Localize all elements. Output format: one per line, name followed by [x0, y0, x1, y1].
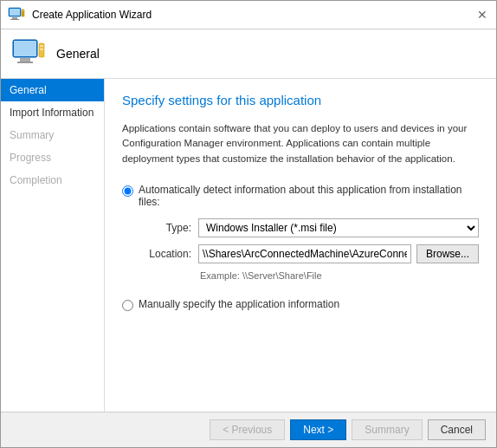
title-bar-text: Create Application Wizard: [32, 9, 152, 21]
svg-rect-2: [12, 17, 17, 19]
svg-rect-7: [14, 41, 36, 56]
sidebar-item-completion: Completion: [1, 169, 104, 192]
radio-auto-label: Automatically detect information about t…: [139, 184, 479, 208]
radio-auto-row: Automatically detect information about t…: [122, 184, 479, 208]
svg-rect-1: [10, 9, 20, 16]
radio-auto-detect[interactable]: [122, 185, 133, 197]
close-button[interactable]: ✕: [475, 8, 489, 22]
footer: < Previous Next > Summary Cancel: [1, 412, 496, 447]
content-area: General Import Information Summary Progr…: [1, 79, 496, 412]
radio-manual-row: Manually specify the application informa…: [122, 298, 479, 311]
sidebar-item-summary: Summary: [1, 124, 104, 146]
page-title: Specify settings for this application: [122, 93, 479, 107]
svg-rect-9: [17, 62, 33, 63]
sidebar: General Import Information Summary Progr…: [1, 79, 105, 412]
wizard-window: Create Application Wizard ✕ General Gene…: [0, 0, 497, 448]
location-label: Location:: [139, 248, 191, 260]
example-text: Example: \\Server\Share\File: [200, 270, 479, 281]
cancel-button[interactable]: Cancel: [428, 419, 486, 440]
previous-button[interactable]: < Previous: [210, 419, 285, 440]
location-input-row: Browse...: [198, 244, 479, 263]
type-select[interactable]: Windows Installer (*.msi file): [198, 218, 479, 237]
svg-rect-11: [40, 45, 43, 47]
wizard-icon: [8, 6, 25, 23]
form-fields: Type: Windows Installer (*.msi file) Loc…: [139, 218, 479, 281]
sidebar-item-progress: Progress: [1, 146, 104, 169]
title-bar-left: Create Application Wizard: [8, 6, 152, 23]
svg-rect-3: [10, 19, 19, 20]
radio-manual-specify[interactable]: [122, 300, 133, 311]
summary-button[interactable]: Summary: [352, 419, 422, 440]
type-label: Type:: [139, 222, 191, 234]
radio-manual-label: Manually specify the application informa…: [139, 298, 339, 310]
location-input[interactable]: [198, 244, 411, 263]
header-icon: [11, 36, 46, 71]
location-row: Location: Browse...: [139, 244, 479, 263]
title-bar: Create Application Wizard ✕: [1, 1, 496, 29]
header-title: General: [56, 47, 100, 61]
svg-rect-8: [20, 58, 30, 62]
browse-button[interactable]: Browse...: [416, 244, 479, 263]
svg-rect-5: [23, 10, 24, 11]
description-text: Applications contain software that you c…: [122, 121, 479, 166]
main-panel: Specify settings for this application Ap…: [105, 79, 496, 412]
sidebar-item-general[interactable]: General: [1, 79, 104, 101]
sidebar-item-import-information[interactable]: Import Information: [1, 101, 104, 124]
svg-rect-12: [40, 49, 43, 50]
next-button[interactable]: Next >: [290, 419, 346, 440]
type-row: Type: Windows Installer (*.msi file): [139, 218, 479, 237]
wizard-header: General: [1, 29, 496, 79]
radio-section: Automatically detect information about t…: [122, 184, 479, 311]
